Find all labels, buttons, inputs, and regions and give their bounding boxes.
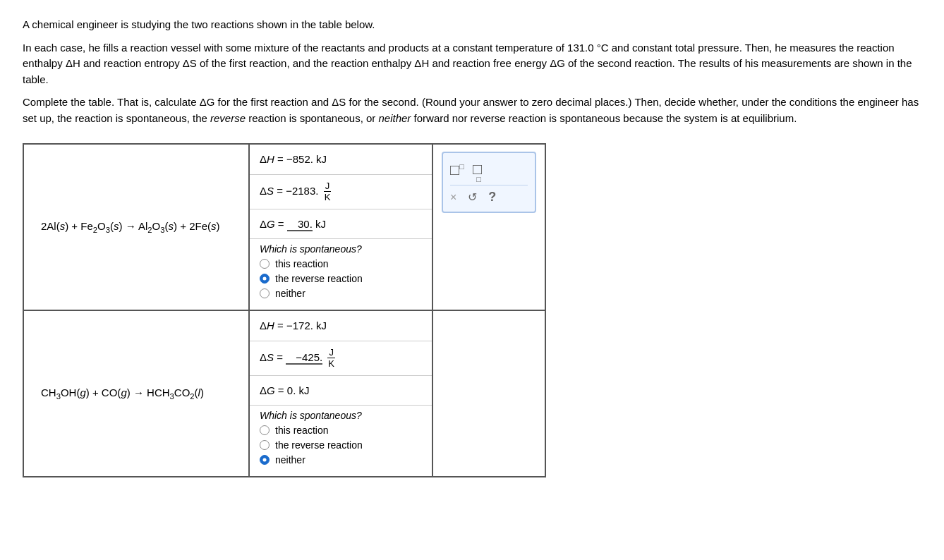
- reaction1-row: 2Al(s) + Fe2O3(s) → Al2O3(s) + 2Fe(s) ΔH…: [23, 144, 545, 310]
- widget-icon2: □□: [473, 160, 487, 179]
- reaction2-spontaneous-label: Which is spontaneous?: [260, 410, 422, 421]
- reaction2-option-reverse-label: the reverse reaction: [275, 439, 363, 451]
- reaction2-spontaneous-group: Which is spontaneous? this reaction the …: [250, 406, 432, 476]
- intro-p3-c: forward nor reverse reaction is spontane…: [411, 112, 797, 124]
- reaction2-option-this-label: this reaction: [275, 425, 328, 436]
- reaction1-equation-cell: 2Al(s) + Fe2O3(s) → Al2O3(s) + 2Fe(s): [23, 144, 249, 310]
- reaction2-dG-unit: kJ: [299, 384, 310, 396]
- reaction2-radio-neither[interactable]: [260, 455, 270, 465]
- reaction2-equation: CH3OH(g) + CO(g) → HCH3CO2(l): [41, 386, 204, 398]
- reaction1-equation: 2Al(s) + Fe2O3(s) → Al2O3(s) + 2Fe(s): [41, 220, 219, 232]
- reaction2-dH-row: ΔH = −172. kJ: [250, 311, 432, 341]
- reaction2-dH-value: −172. kJ: [286, 319, 327, 331]
- reaction2-widget-cell: [432, 310, 545, 477]
- reaction1-radio-reverse[interactable]: [260, 274, 270, 284]
- reaction2-option-reverse[interactable]: the reverse reaction: [260, 439, 422, 451]
- intro-p1: A chemical engineer is studying the two …: [23, 17, 921, 33]
- reaction1-radio-neither[interactable]: [260, 288, 270, 298]
- reaction2-radio-reverse[interactable]: [260, 440, 270, 450]
- intro-p3-b: reaction is spontaneous, or: [246, 112, 378, 124]
- reaction2-dS-row: ΔS = J K: [250, 341, 432, 376]
- reaction2-dS-input[interactable]: [286, 351, 322, 365]
- intro-p3-reverse: reverse: [210, 112, 246, 124]
- reaction1-dS-label: ΔS =: [260, 185, 286, 197]
- widget-toolbar: × ↺ ?: [450, 185, 528, 205]
- reaction2-data-cell: ΔH = −172. kJ ΔS = J K ΔG = 0. kJ Which …: [249, 310, 432, 477]
- widget-refresh-icon[interactable]: ↺: [468, 190, 477, 204]
- reaction1-option-reverse-label: the reverse reaction: [275, 273, 363, 284]
- reaction2-option-neither-label: neither: [275, 454, 305, 465]
- widget-icon1: □□: [450, 161, 464, 179]
- intro-p3: Complete the table. That is, calculate Δ…: [23, 95, 921, 126]
- reaction2-dG-row: ΔG = 0. kJ: [250, 376, 432, 406]
- reaction2-dG-label: ΔG =: [260, 384, 287, 396]
- reaction2-dS-unit: J K: [327, 347, 336, 370]
- reaction2-dG-value: 0.: [287, 384, 296, 396]
- reactions-table: 2Al(s) + Fe2O3(s) → Al2O3(s) + 2Fe(s) ΔH…: [23, 143, 546, 477]
- reaction2-row: CH3OH(g) + CO(g) → HCH3CO2(l) ΔH = −172.…: [23, 310, 545, 477]
- widget-x-icon[interactable]: ×: [450, 191, 456, 204]
- reaction2-dH-label: ΔH =: [260, 319, 286, 331]
- reaction1-dG-row: ΔG = kJ: [250, 209, 432, 240]
- reaction1-dG-input[interactable]: [287, 218, 313, 231]
- reaction1-spontaneous-group: Which is spontaneous? this reaction the …: [250, 239, 432, 310]
- reaction2-radio-this[interactable]: [260, 425, 270, 435]
- reaction1-dH-label: ΔH =: [260, 153, 286, 165]
- reaction1-radio-this[interactable]: [260, 259, 270, 269]
- reaction1-option-this[interactable]: this reaction: [260, 258, 422, 269]
- intro-p2: In each case, he fills a reaction vessel…: [23, 40, 921, 88]
- reaction1-dS-unit: J K: [323, 181, 332, 203]
- reaction1-widget-cell: □□ □□ × ↺ ?: [432, 144, 545, 310]
- reaction1-dS-row: ΔS = −2183. J K: [250, 175, 432, 209]
- widget-icons: □□ □□: [450, 160, 528, 179]
- reaction1-dG-label: ΔG =: [260, 218, 287, 230]
- reaction1-dH-row: ΔH = −852. kJ: [250, 145, 432, 175]
- reaction1-option-neither-label: neither: [275, 288, 305, 299]
- reaction1-option-this-label: this reaction: [275, 258, 328, 269]
- reaction2-option-neither[interactable]: neither: [260, 454, 422, 465]
- reaction1-option-neither[interactable]: neither: [260, 288, 422, 299]
- reaction1-data-cell: ΔH = −852. kJ ΔS = −2183. J K ΔG = kJ Wh…: [249, 144, 432, 310]
- intro-p3-neither: neither: [379, 112, 411, 124]
- widget-box: □□ □□ × ↺ ?: [442, 152, 536, 213]
- reaction1-spontaneous-label: Which is spontaneous?: [260, 243, 422, 255]
- reaction1-dH-value: −852. kJ: [286, 153, 327, 165]
- reaction2-dS-label: ΔS =: [260, 351, 286, 363]
- widget-help-icon[interactable]: ?: [488, 190, 496, 205]
- reaction1-option-reverse[interactable]: the reverse reaction: [260, 273, 422, 284]
- reaction1-dG-unit: kJ: [315, 218, 326, 230]
- reaction1-dS-value: −2183.: [286, 185, 318, 197]
- reaction2-option-this[interactable]: this reaction: [260, 425, 422, 436]
- reaction2-equation-cell: CH3OH(g) + CO(g) → HCH3CO2(l): [23, 310, 249, 477]
